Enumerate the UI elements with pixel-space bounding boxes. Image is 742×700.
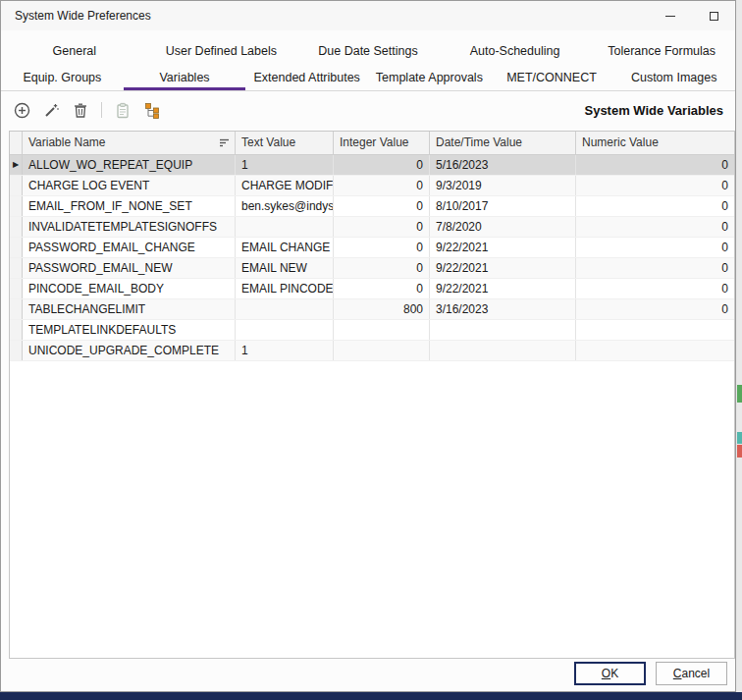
cell-numeric-value xyxy=(576,320,734,340)
tab-equip-groups[interactable]: Equip. Groups xyxy=(1,65,124,90)
cell-datetime-value: 9/3/2019 xyxy=(430,176,576,195)
cell-numeric-value: 0 xyxy=(576,279,734,298)
add-icon xyxy=(14,102,30,119)
column-header-text-value[interactable]: Text Value xyxy=(236,132,334,154)
system-wide-preferences-dialog: System Wide Preferences General User Def… xyxy=(0,0,736,692)
cell-text-value: EMAIL CHANGE xyxy=(236,238,334,257)
cell-datetime-value: 9/22/2021 xyxy=(430,279,576,298)
column-header-integer-value[interactable]: Integer Value xyxy=(334,132,430,154)
cell-text-value: 1 xyxy=(236,341,334,360)
cell-datetime-value xyxy=(430,341,576,360)
panel-title: System Wide Variables xyxy=(584,103,723,118)
cell-datetime-value: 7/8/2020 xyxy=(430,217,576,237)
cell-text-value: 1 xyxy=(236,155,334,175)
tab-template-approvals[interactable]: Template Approvals xyxy=(368,65,491,90)
cell-integer-value: 0 xyxy=(334,217,430,237)
trash-icon xyxy=(73,102,88,119)
cell-variable-name: EMAIL_FROM_IF_NONE_SET xyxy=(23,196,236,216)
cell-text-value: EMAIL PINCODE xyxy=(236,279,334,298)
table-row[interactable]: TABLECHANGELIMIT 800 3/16/2023 0 xyxy=(10,299,734,320)
add-button[interactable] xyxy=(13,101,30,119)
minimize-button[interactable] xyxy=(649,1,692,30)
cell-integer-value: 0 xyxy=(334,196,430,216)
cell-text-value: CHARGE MODIFIC xyxy=(236,176,334,195)
tab-general[interactable]: General xyxy=(1,38,148,65)
sort-ascending-icon xyxy=(220,138,230,147)
cell-numeric-value: 0 xyxy=(576,155,734,175)
row-selector xyxy=(10,238,23,257)
cell-variable-name: TEMPLATELINKDEFAULTS xyxy=(23,320,236,340)
table-row[interactable]: PASSWORD_EMAIL_NEW EMAIL NEW 0 9/22/2021… xyxy=(10,258,734,279)
cell-datetime-value: 9/22/2021 xyxy=(430,258,576,278)
paste-icon xyxy=(115,102,131,119)
tab-auto-scheduling[interactable]: Auto-Scheduling xyxy=(442,38,589,65)
window-title: System Wide Preferences xyxy=(15,9,151,23)
cell-variable-name: PINCODE_EMAIL_BODY xyxy=(23,279,236,298)
row-selector xyxy=(10,320,23,340)
table-row[interactable]: PINCODE_EMAIL_BODY EMAIL PINCODE 0 9/22/… xyxy=(10,279,734,299)
grid-header: Variable Name Text Value Integer Value D… xyxy=(10,132,734,155)
variables-grid: Variable Name Text Value Integer Value D… xyxy=(9,131,735,659)
tab-custom-images[interactable]: Custom Images xyxy=(612,65,735,90)
row-selector-header xyxy=(10,132,23,154)
row-selector xyxy=(10,176,23,195)
taskbar-strip xyxy=(0,692,742,700)
row-selector: ▶ xyxy=(10,155,23,175)
titlebar[interactable]: System Wide Preferences xyxy=(1,1,735,30)
cell-variable-name: PASSWORD_EMAIL_NEW xyxy=(23,258,236,278)
tab-tolerance-formulas[interactable]: Tolerance Formulas xyxy=(588,38,735,65)
cell-integer-value: 0 xyxy=(334,238,430,257)
tab-extended-attributes[interactable]: Extended Attributes xyxy=(245,65,368,90)
cell-variable-name: CHARGE LOG EVENT xyxy=(23,176,236,195)
cell-text-value xyxy=(236,299,334,319)
cell-integer-value: 0 xyxy=(334,258,430,278)
tab-variables[interactable]: Variables xyxy=(124,65,246,90)
cell-numeric-value: 0 xyxy=(576,217,734,237)
column-header-variable-name[interactable]: Variable Name xyxy=(23,132,236,154)
cell-numeric-value: 0 xyxy=(576,176,734,195)
tab-row-2: Equip. Groups Variables Extended Attribu… xyxy=(1,65,735,91)
maximize-button[interactable] xyxy=(692,1,735,30)
table-row[interactable]: INVALIDATETEMPLATESIGNOFFS 0 7/8/2020 0 xyxy=(10,217,734,238)
table-row[interactable]: ▶ ALLOW_WO_REPEAT_EQUIP 1 0 5/16/2023 0 xyxy=(10,155,734,176)
table-row[interactable]: PASSWORD_EMAIL_CHANGE EMAIL CHANGE 0 9/2… xyxy=(10,238,734,258)
row-selector xyxy=(10,279,23,298)
tab-user-defined-labels[interactable]: User Defined Labels xyxy=(148,38,295,65)
cell-variable-name: ALLOW_WO_REPEAT_EQUIP xyxy=(23,155,236,175)
cell-numeric-value: 0 xyxy=(576,258,734,278)
cell-datetime-value: 9/22/2021 xyxy=(430,238,576,257)
cell-integer-value: 0 xyxy=(334,279,430,298)
cell-variable-name: PASSWORD_EMAIL_CHANGE xyxy=(23,238,236,257)
column-header-datetime-value[interactable]: Date/Time Value xyxy=(430,132,576,154)
table-row[interactable]: TEMPLATELINKDEFAULTS xyxy=(10,320,734,341)
cell-text-value xyxy=(236,217,334,237)
cell-datetime-value: 5/16/2023 xyxy=(430,155,576,175)
row-selector xyxy=(10,299,23,319)
cell-text-value: ben.sykes@indyso xyxy=(236,196,334,216)
table-row[interactable]: UNICODE_UPGRADE_COMPLETE 1 xyxy=(10,341,734,361)
cell-text-value: EMAIL NEW xyxy=(236,258,334,278)
column-header-numeric-value[interactable]: Numeric Value xyxy=(576,132,734,154)
table-row[interactable]: CHARGE LOG EVENT CHARGE MODIFIC 0 9/3/20… xyxy=(10,176,734,196)
ok-button[interactable]: OK xyxy=(574,662,646,685)
hierarchy-icon xyxy=(144,102,161,119)
edit-button[interactable] xyxy=(42,101,60,119)
row-selector xyxy=(10,196,23,216)
delete-button[interactable] xyxy=(72,101,89,119)
cell-numeric-value: 0 xyxy=(576,238,734,257)
paste-button[interactable] xyxy=(114,101,132,119)
cell-datetime-value: 8/10/2017 xyxy=(430,196,576,216)
cancel-button[interactable]: Cancel xyxy=(656,662,727,685)
cell-integer-value xyxy=(334,341,430,360)
tab-met-connect[interactable]: MET/CONNECT xyxy=(491,65,613,90)
tab-due-date-settings[interactable]: Due Date Settings xyxy=(294,38,442,65)
table-row[interactable]: EMAIL_FROM_IF_NONE_SET ben.sykes@indyso … xyxy=(10,196,734,217)
cell-datetime-value: 3/16/2023 xyxy=(430,299,576,319)
cell-numeric-value xyxy=(576,341,734,360)
cell-variable-name: INVALIDATETEMPLATESIGNOFFS xyxy=(23,217,236,237)
row-selector xyxy=(10,341,23,360)
wand-icon xyxy=(43,102,60,119)
tree-view-button[interactable] xyxy=(143,101,161,119)
background-window-sliver xyxy=(737,432,742,444)
minimize-icon xyxy=(665,16,675,17)
